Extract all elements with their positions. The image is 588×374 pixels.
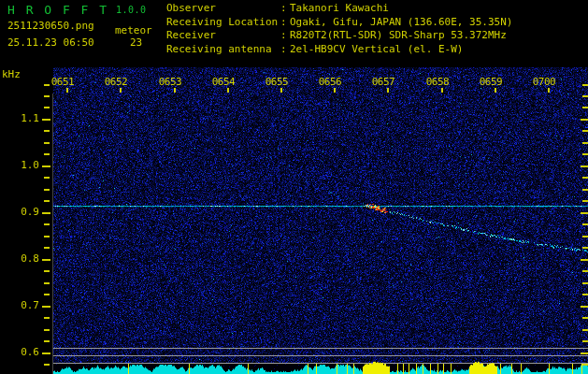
info-value: Takanori Kawachi bbox=[290, 2, 389, 16]
time-tick-label: 0656 bbox=[313, 76, 347, 88]
freq-tick-label: 1.1 bbox=[0, 112, 39, 124]
freq-tick-label: 0.9 bbox=[0, 206, 39, 218]
info-separator: : bbox=[280, 2, 290, 16]
echo-count: 23 bbox=[130, 36, 142, 49]
info-value: R820T2(RTL-SDR) SDR-Sharp 53.372MHz bbox=[290, 29, 507, 43]
info-label: Receiver bbox=[166, 29, 280, 43]
hrofft-app: H R O F F T 1.0.0 2511230650.png meteor … bbox=[0, 0, 588, 374]
station-info-row: Receiver:R820T2(RTL-SDR) SDR-Sharp 53.37… bbox=[166, 29, 512, 43]
station-info: Observer:Takanori KawachiReceiving Locat… bbox=[166, 2, 512, 56]
station-info-row: Observer:Takanori Kawachi bbox=[166, 2, 512, 16]
info-separator: : bbox=[280, 16, 290, 30]
datetime-label: 25.11.23 06:50 bbox=[7, 36, 94, 49]
time-tick-label: 0655 bbox=[260, 76, 294, 88]
station-info-row: Receiving antenna:2el-HB9CV Vertical (el… bbox=[166, 43, 512, 57]
freq-tick-label: 0.6 bbox=[0, 346, 39, 358]
output-filename: 2511230650.png bbox=[7, 20, 94, 32]
info-separator: : bbox=[280, 43, 290, 57]
time-tick-label: 0658 bbox=[421, 76, 454, 88]
mode-label: meteor bbox=[115, 24, 152, 36]
time-tick-label: 0654 bbox=[207, 76, 240, 88]
station-info-row: Receiving Location:Ogaki, Gifu, JAPAN (1… bbox=[166, 16, 512, 30]
time-tick-label: 0653 bbox=[153, 76, 187, 88]
freq-tick-label: 0.7 bbox=[0, 299, 39, 311]
info-value: Ogaki, Gifu, JAPAN (136.60E, 35.35N) bbox=[290, 16, 512, 30]
spectrogram-canvas bbox=[0, 0, 588, 374]
info-label: Observer bbox=[166, 2, 280, 16]
time-tick-label: 0651 bbox=[46, 76, 79, 88]
time-tick-label: 0652 bbox=[99, 76, 133, 88]
app-title: H R O F F T bbox=[7, 3, 108, 17]
freq-unit-label: kHz bbox=[2, 68, 21, 80]
app-version: 1.0.0 bbox=[116, 5, 147, 15]
info-label: Receiving antenna bbox=[166, 43, 280, 57]
info-value: 2el-HB9CV Vertical (el. E-W) bbox=[290, 43, 463, 57]
info-separator: : bbox=[280, 29, 290, 43]
info-label: Receiving Location bbox=[166, 16, 280, 30]
freq-tick-label: 1.0 bbox=[0, 159, 39, 171]
freq-tick-label: 0.8 bbox=[0, 252, 39, 265]
time-tick-label: 0659 bbox=[474, 76, 508, 88]
time-tick-label: 0700 bbox=[527, 76, 561, 88]
time-tick-label: 0657 bbox=[366, 76, 400, 88]
